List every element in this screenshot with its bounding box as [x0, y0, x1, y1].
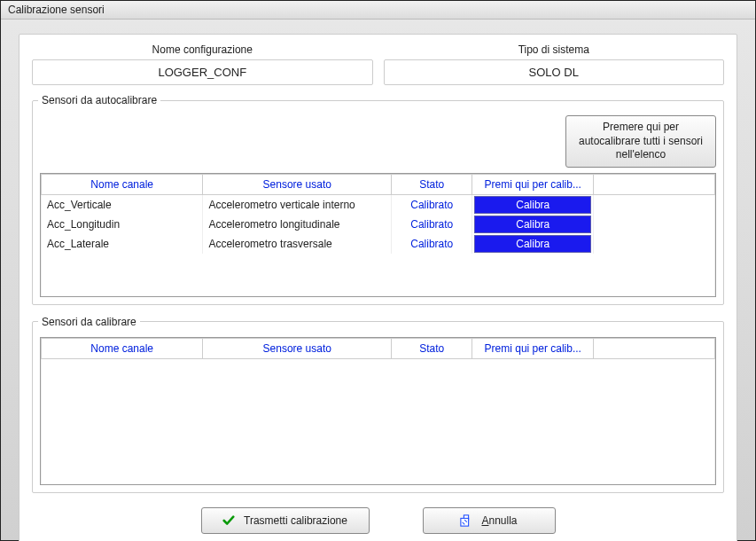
- button-bar: Trasmetti calibrazione Annulla: [32, 504, 724, 534]
- autocalibrate-group: Sensori da autocalibrare Premere qui per…: [32, 94, 724, 305]
- col-channel[interactable]: Nome canale: [42, 338, 203, 358]
- calibrate-button[interactable]: Calibra: [474, 196, 591, 214]
- config-name-label: Nome configurazione: [32, 43, 373, 56]
- cell-state: Calibrato: [392, 215, 472, 234]
- cell-state: Calibrato: [392, 234, 472, 254]
- cancel-label: Annulla: [481, 514, 517, 527]
- titlebar: Calibrazione sensori: [1, 1, 755, 20]
- autocalibrate-table: Nome canale Sensore usato Stato Premi qu…: [41, 174, 715, 296]
- cell-sensor: Accelerometro trasversale: [203, 234, 392, 254]
- cell-state: Calibrato: [392, 194, 472, 215]
- table-header-row: Nome canale Sensore usato Stato Premi qu…: [42, 174, 715, 194]
- config-name-value: LOGGER_CONF: [32, 59, 373, 85]
- table-empty-space: [42, 358, 715, 484]
- table-row: Acc_Laterale Accelerometro trasversale C…: [42, 234, 715, 254]
- col-spacer: [594, 338, 715, 358]
- calibrate-table-wrap: Nome canale Sensore usato Stato Premi qu…: [40, 337, 716, 486]
- col-action[interactable]: Premi qui per calib...: [472, 338, 594, 358]
- config-name-col: Nome configurazione LOGGER_CONF: [32, 43, 373, 85]
- cell-channel: Acc_Verticale: [42, 194, 203, 215]
- table-row: Acc_Verticale Accelerometro verticale in…: [42, 194, 715, 215]
- col-state[interactable]: Stato: [392, 174, 472, 194]
- transmit-label: Trasmetti calibrazione: [244, 514, 347, 527]
- calibrate-group: Sensori da calibrare Nome canale Sensore…: [32, 316, 724, 494]
- svg-rect-1: [461, 519, 469, 527]
- check-icon: [222, 514, 235, 527]
- autocalibrate-legend: Sensori da autocalibrare: [38, 94, 160, 106]
- cell-channel: Acc_Laterale: [42, 234, 203, 254]
- window-title: Calibrazione sensori: [8, 4, 105, 16]
- transmit-button[interactable]: Trasmetti calibrazione: [201, 507, 370, 534]
- autocalibrate-table-wrap: Nome canale Sensore usato Stato Premi qu…: [40, 173, 716, 297]
- calibrate-legend: Sensori da calibrare: [38, 316, 140, 328]
- col-sensor[interactable]: Sensore usato: [203, 174, 392, 194]
- calibrate-button[interactable]: Calibra: [474, 235, 591, 253]
- cancel-button[interactable]: Annulla: [423, 507, 556, 534]
- autocalibrate-all-button[interactable]: Premere qui per autocalibrare tutti i se…: [565, 115, 716, 168]
- system-type-value: SOLO DL: [384, 59, 725, 85]
- col-channel[interactable]: Nome canale: [42, 174, 203, 194]
- client-area: Nome configurazione LOGGER_CONF Tipo di …: [1, 20, 755, 541]
- dialog-window: Calibrazione sensori Nome configurazione…: [0, 0, 756, 541]
- system-type-label: Tipo di sistema: [384, 43, 725, 56]
- col-spacer: [594, 174, 715, 194]
- content-panel: Nome configurazione LOGGER_CONF Tipo di …: [19, 34, 737, 541]
- calibrate-button[interactable]: Calibra: [474, 216, 591, 233]
- config-row: Nome configurazione LOGGER_CONF Tipo di …: [32, 43, 724, 85]
- cell-sensor: Accelerometro verticale interno: [203, 194, 392, 215]
- table-row: Acc_Longitudin Accelerometro longitudina…: [42, 215, 715, 234]
- table-header-row: Nome canale Sensore usato Stato Premi qu…: [42, 338, 715, 358]
- col-state[interactable]: Stato: [392, 338, 472, 358]
- cancel-icon: [460, 514, 472, 527]
- col-action[interactable]: Premi qui per calib...: [472, 174, 594, 194]
- col-sensor[interactable]: Sensore usato: [203, 338, 392, 358]
- cell-sensor: Accelerometro longitudinale: [203, 215, 392, 234]
- table-empty-space: [42, 254, 715, 296]
- calibrate-table: Nome canale Sensore usato Stato Premi qu…: [41, 338, 715, 485]
- system-type-col: Tipo di sistema SOLO DL: [384, 43, 725, 85]
- cell-channel: Acc_Longitudin: [42, 215, 203, 234]
